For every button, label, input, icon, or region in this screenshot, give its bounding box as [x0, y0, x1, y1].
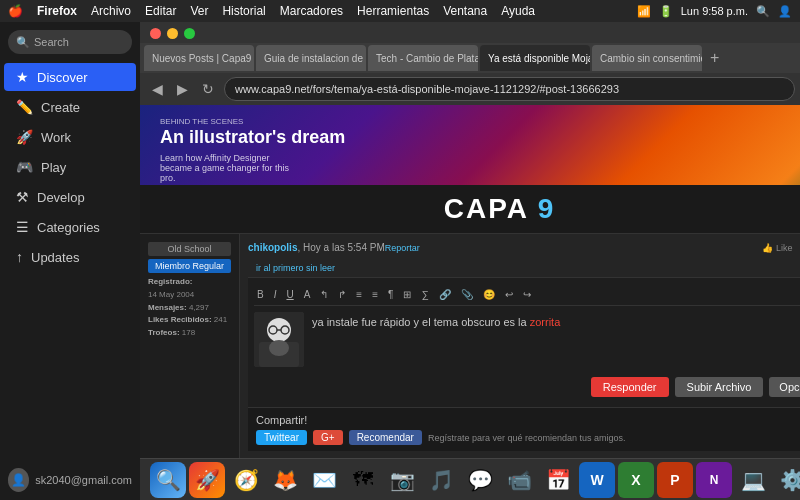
- gplus-button[interactable]: G+: [313, 430, 343, 445]
- dock-terminal[interactable]: 💻: [735, 462, 771, 498]
- menu-herramientas[interactable]: Herramientas: [357, 4, 429, 18]
- menu-archivo[interactable]: Archivo: [91, 4, 131, 18]
- discover-icon: ★: [16, 69, 29, 85]
- sidebar-item-discover[interactable]: ★ Discover: [4, 63, 136, 91]
- url-bar[interactable]: [224, 77, 795, 101]
- post-header: chikopolis, Hoy a las 5:54 PM Reportar 👍…: [248, 242, 800, 253]
- list-button[interactable]: ≡: [353, 288, 365, 301]
- dock-itunes[interactable]: 🎵: [423, 462, 459, 498]
- table-button[interactable]: ⊞: [400, 288, 414, 301]
- menu-ventana[interactable]: Ventana: [443, 4, 487, 18]
- report-link[interactable]: Reportar: [385, 243, 420, 253]
- sidebar-item-create[interactable]: ✏️ Create: [4, 93, 136, 121]
- macos-dock: 🔍 🚀 🧭 🦊 ✉️ 🗺 📷 🎵 💬 📹 📅 W X P N 💻 ⚙️ 🗑: [140, 458, 800, 500]
- reload-button[interactable]: ↻: [198, 79, 218, 99]
- back-button[interactable]: ◀: [148, 79, 167, 99]
- tab-label: Ya está disponible Moja…: [488, 53, 590, 64]
- prev-button[interactable]: ↩: [502, 288, 516, 301]
- bold-button[interactable]: B: [254, 288, 267, 301]
- reply-buttons: Responder Subir Archivo Opciones...: [254, 373, 800, 401]
- quote-button[interactable]: ¶: [385, 288, 396, 301]
- reply-link[interactable]: zorrita: [530, 316, 561, 328]
- tab-tech[interactable]: Tech - Cambio de Plata… ✕: [368, 45, 478, 71]
- apple-menu[interactable]: 🍎: [8, 4, 23, 18]
- tab-nuevos-posts[interactable]: Nuevos Posts | Capa9 |… ✕: [144, 45, 254, 71]
- sidebar-item-develop[interactable]: ⚒ Develop: [4, 183, 136, 211]
- link-button[interactable]: 🔗: [436, 288, 454, 301]
- sidebar-item-label: Updates: [31, 250, 79, 265]
- dock-excel[interactable]: X: [618, 462, 654, 498]
- attach-button[interactable]: 📎: [458, 288, 476, 301]
- twitter-button[interactable]: Twittear: [256, 430, 307, 445]
- upload-button[interactable]: Subir Archivo: [675, 377, 764, 397]
- dock-messages[interactable]: 💬: [462, 462, 498, 498]
- tab-label: Nuevos Posts | Capa9 |…: [152, 53, 254, 64]
- dock-facetime[interactable]: 📹: [501, 462, 537, 498]
- dock-photos[interactable]: 📷: [384, 462, 420, 498]
- color-button[interactable]: A: [301, 288, 314, 301]
- menu-editar[interactable]: Editar: [145, 4, 176, 18]
- menu-ver[interactable]: Ver: [190, 4, 208, 18]
- search-placeholder: Search: [34, 36, 69, 48]
- dock-settings[interactable]: ⚙️: [774, 462, 800, 498]
- search-bar[interactable]: 🔍 Search: [8, 30, 132, 54]
- tab-cambio[interactable]: Cambio sin consentimie… ✕: [592, 45, 702, 71]
- dock-finder[interactable]: 🔍: [150, 462, 186, 498]
- forward-button[interactable]: ▶: [173, 79, 192, 99]
- tab-label: Guia de instalacion de Si…: [264, 53, 366, 64]
- tabs-bar: Nuevos Posts | Capa9 |… ✕ Guia de instal…: [140, 43, 800, 73]
- goto-first-link[interactable]: ir al primero sin leer: [248, 259, 800, 277]
- sidebar-item-label: Work: [41, 130, 71, 145]
- emoji-button[interactable]: 😊: [480, 288, 498, 301]
- italic-button[interactable]: I: [271, 288, 280, 301]
- user-info: Registrado:14 May 2004 Mensajes: 4,297 L…: [148, 276, 231, 340]
- forum-post: Old School Miembro Regular Registrado:14…: [140, 234, 800, 458]
- formula-button[interactable]: ∑: [418, 288, 431, 301]
- user-profile[interactable]: 👤 sk2040@gmail.com: [0, 460, 140, 500]
- like-button[interactable]: 👍 Like: [762, 243, 792, 253]
- options-button[interactable]: Opciones...: [769, 377, 800, 397]
- menu-marcadores[interactable]: Marcadores: [280, 4, 343, 18]
- new-tab-button[interactable]: +: [704, 49, 725, 67]
- redo-button[interactable]: ↱: [335, 288, 349, 301]
- dock-onenote[interactable]: N: [696, 462, 732, 498]
- banner-behind-text: BEHIND THE SCENES: [160, 117, 243, 126]
- tab-mojave[interactable]: Ya está disponible Moja… ✕: [480, 45, 590, 71]
- app-name[interactable]: Firefox: [37, 4, 77, 18]
- dock-launchpad[interactable]: 🚀: [189, 462, 225, 498]
- dock-calendar[interactable]: 📅: [540, 462, 576, 498]
- user-icon[interactable]: 👤: [778, 5, 792, 18]
- close-button[interactable]: [150, 28, 161, 39]
- next-button[interactable]: ↪: [520, 288, 534, 301]
- search-icon: 🔍: [16, 36, 30, 49]
- banner-title: An illustrator's dream: [160, 127, 345, 148]
- dock-powerpoint[interactable]: P: [657, 462, 693, 498]
- undo-button[interactable]: ↰: [317, 288, 331, 301]
- sidebar-item-categories[interactable]: ☰ Categories: [4, 213, 136, 241]
- capa9-header: CAPA 9: [140, 185, 800, 234]
- logo-text: CAPA: [444, 193, 538, 224]
- sidebar-item-label: Develop: [37, 190, 85, 205]
- dock-firefox[interactable]: 🦊: [267, 462, 303, 498]
- dock-mail[interactable]: ✉️: [306, 462, 342, 498]
- sidebar-item-updates[interactable]: ↑ Updates: [4, 243, 136, 271]
- menu-ayuda[interactable]: Ayuda: [501, 4, 535, 18]
- respond-button[interactable]: Responder: [591, 377, 669, 397]
- numbered-list-button[interactable]: ≡: [369, 288, 381, 301]
- underline-button[interactable]: U: [283, 288, 296, 301]
- dock-safari[interactable]: 🧭: [228, 462, 264, 498]
- facebook-button[interactable]: Recomendar: [349, 430, 422, 445]
- minimize-button[interactable]: [167, 28, 178, 39]
- capa9-logo: CAPA 9: [444, 193, 556, 225]
- dock-word[interactable]: W: [579, 462, 615, 498]
- work-icon: 🚀: [16, 129, 33, 145]
- maximize-button[interactable]: [184, 28, 195, 39]
- sidebar-item-play[interactable]: 🎮 Play: [4, 153, 136, 181]
- dock-maps[interactable]: 🗺: [345, 462, 381, 498]
- sidebar-item-work[interactable]: 🚀 Work: [4, 123, 136, 151]
- tab-guia[interactable]: Guia de instalacion de Si… ✕: [256, 45, 366, 71]
- logo-number: 9: [538, 193, 556, 224]
- menu-historial[interactable]: Historial: [222, 4, 265, 18]
- sidebar-item-label: Categories: [37, 220, 100, 235]
- search-icon[interactable]: 🔍: [756, 5, 770, 18]
